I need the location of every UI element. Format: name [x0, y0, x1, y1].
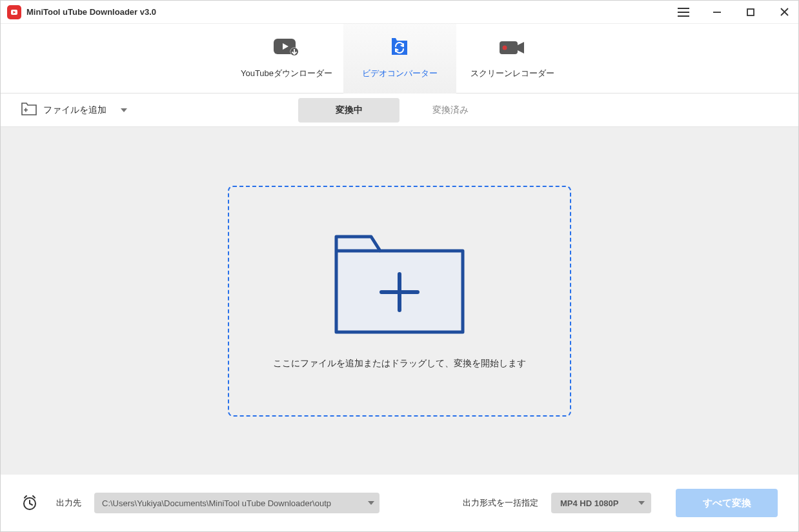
tab-youtube-downloader[interactable]: YouTubeダウンローダー [230, 24, 343, 94]
close-button[interactable] [775, 3, 793, 21]
tab-label: スクリーンレコーダー [470, 68, 554, 79]
output-path-value: C:\Users\Yukiya\Documents\MiniTool uTube… [102, 498, 331, 508]
svg-rect-5 [500, 41, 518, 54]
content-area: ここにファイルを追加またはドラッグして、変換を開始します [1, 127, 798, 475]
svg-point-6 [503, 45, 507, 50]
add-file-button[interactable]: ファイルを追加 [21, 103, 127, 117]
convert-all-label: すべて変換 [703, 497, 751, 509]
tab-label: YouTubeダウンローダー [241, 68, 332, 79]
convert-icon [389, 38, 410, 57]
youtube-icon [274, 38, 299, 57]
dropzone[interactable]: ここにファイルを追加またはドラッグして、変換を開始します [228, 186, 571, 417]
main-tabs: YouTubeダウンローダー ビデオコンバーター スクリーンレコーダー [1, 24, 798, 94]
sub-tab-label: 変換中 [336, 104, 363, 116]
tab-screen-recorder[interactable]: スクリーンレコーダー [456, 24, 569, 94]
camera-icon [500, 38, 525, 57]
bottombar: 出力先 C:\Users\Yukiya\Documents\MiniTool u… [1, 475, 798, 531]
output-label: 出力先 [56, 497, 81, 509]
chevron-down-icon [638, 501, 645, 505]
tab-label: ビデオコンバーター [362, 68, 438, 79]
app-title: MiniTool uTube Downloader v3.0 [26, 7, 156, 17]
toolbar: ファイルを追加 変換中 変換済み [1, 94, 798, 127]
folder-add-icon [332, 233, 467, 339]
output-path-select[interactable]: C:\Users\Yukiya\Documents\MiniTool uTube… [94, 493, 379, 513]
schedule-icon[interactable] [21, 495, 38, 511]
titlebar-left: MiniTool uTube Downloader v3.0 [7, 5, 156, 19]
chevron-down-icon [121, 108, 127, 112]
tab-converted[interactable]: 変換済み [400, 98, 501, 123]
tab-video-converter[interactable]: ビデオコンバーター [343, 24, 456, 94]
dropzone-hint: ここにファイルを追加またはドラッグして、変換を開始します [273, 358, 526, 369]
sub-tabs: 変換中 変換済み [298, 98, 501, 123]
format-value: MP4 HD 1080P [560, 498, 618, 508]
maximize-button[interactable] [742, 3, 760, 21]
hamburger-menu-icon[interactable] [674, 3, 693, 21]
app-icon [7, 5, 21, 19]
svg-rect-1 [747, 9, 754, 15]
add-file-icon [21, 103, 37, 117]
chevron-down-icon [368, 501, 374, 505]
add-file-label: ファイルを追加 [43, 104, 106, 116]
tab-converting[interactable]: 変換中 [298, 98, 400, 123]
window-controls [674, 3, 793, 21]
convert-all-button[interactable]: すべて変換 [676, 489, 778, 517]
sub-tab-label: 変換済み [432, 104, 469, 116]
format-select[interactable]: MP4 HD 1080P [551, 493, 651, 513]
minimize-button[interactable] [708, 3, 726, 21]
titlebar: MiniTool uTube Downloader v3.0 [1, 1, 798, 24]
format-label: 出力形式を一括指定 [463, 497, 538, 509]
